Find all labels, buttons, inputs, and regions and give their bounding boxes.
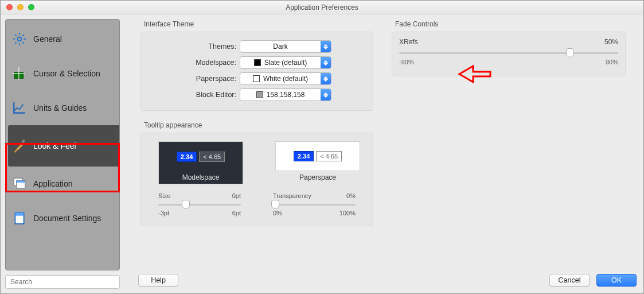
cursor-icon [11, 65, 28, 82]
section-title-interface-theme: Interface Theme [144, 20, 373, 28]
slider-size-label: Size [158, 192, 170, 199]
slider-transparency-label: Transparency [273, 192, 311, 199]
slider-size-min: -3pt [158, 210, 169, 216]
sidebar-item-general[interactable]: General [8, 22, 117, 56]
chevron-updown-icon [321, 73, 331, 84]
preview-ref: < 4.65 [199, 152, 225, 162]
windows-icon [11, 176, 28, 192]
modelspace-swatch [254, 59, 261, 66]
chevron-updown-icon [321, 57, 331, 68]
slider-transparency-thumb[interactable] [271, 200, 279, 209]
slider-size: Size 0pt -3pt 6pt [158, 192, 241, 216]
paperspace-dropdown-value: White (default) [263, 75, 308, 83]
svg-rect-7 [17, 181, 25, 183]
sidebar-item-label: Application [33, 179, 73, 188]
fade-xrefs-label: XRefs [399, 38, 418, 46]
modelspace-dropdown[interactable]: Slate (default) [240, 56, 331, 69]
paperspace-dropdown[interactable]: White (default) [240, 72, 331, 85]
col-left: Interface Theme Themes: Dark Modelspace: [140, 20, 373, 226]
section-title-fade: Fade Controls [395, 20, 626, 28]
content: Interface Theme Themes: Dark Modelspace: [123, 14, 643, 293]
preview-paperspace-box: 2.34 < 4.65 [275, 141, 360, 171]
themes-dropdown-value: Dark [240, 42, 321, 51]
traffic-lights [6, 4, 34, 10]
minimize-icon[interactable] [17, 4, 24, 10]
paperspace-swatch [253, 75, 260, 82]
cancel-button[interactable]: Cancel [549, 274, 590, 287]
slider-transparency-max: 100% [339, 210, 356, 216]
fade-min-label: -90% [399, 59, 414, 65]
slider-transparency-value: 0% [346, 192, 356, 199]
document-icon [11, 210, 28, 226]
fade-slider[interactable] [399, 48, 618, 57]
close-icon[interactable] [6, 4, 13, 10]
paperspace-label: Paperspace: [146, 75, 240, 83]
body: General Cursor & Selection Units & Guide… [1, 14, 643, 293]
row-block-editor: Block Editor: 158,158,158 [146, 87, 368, 102]
sidebar-item-units-guides[interactable]: Units & Guides [8, 91, 117, 125]
sidebar-item-application[interactable]: Application [8, 167, 117, 201]
block-editor-dropdown-value: 158,158,158 [267, 91, 305, 99]
preview-modelspace-label: Modelspace [158, 171, 243, 184]
slider-size-track[interactable] [158, 200, 241, 208]
preview-value: 2.34 [177, 152, 197, 162]
row-paperspace: Paperspace: White (default) [146, 71, 368, 86]
preview-value: 2.34 [294, 151, 314, 161]
sidebar-item-label: Document Settings [33, 214, 101, 223]
slider-transparency-min: 0% [273, 210, 282, 216]
chevron-updown-icon [321, 41, 331, 52]
annotation-arrow-icon [457, 64, 491, 84]
row-themes: Themes: Dark [146, 39, 368, 54]
fade-max-label: 90% [606, 59, 618, 65]
sidebar-item-label: Units & Guides [33, 103, 87, 113]
window: Application Preferences General Cursor &… [0, 0, 644, 294]
svg-point-0 [18, 37, 22, 41]
svg-rect-4 [21, 140, 25, 144]
slider-size-thumb[interactable] [182, 200, 190, 209]
preview-paperspace: 2.34 < 4.65 Paperspace [275, 141, 360, 184]
sidebar-item-label: General [33, 34, 62, 44]
axes-icon [11, 100, 28, 116]
modelspace-dropdown-value: Slate (default) [264, 59, 307, 67]
themes-dropdown[interactable]: Dark [240, 40, 331, 53]
themes-label: Themes: [146, 42, 240, 51]
sidebar-item-cursor-selection[interactable]: Cursor & Selection [8, 56, 117, 91]
block-editor-dropdown[interactable]: 158,158,158 [240, 88, 331, 101]
sidebar: General Cursor & Selection Units & Guide… [5, 19, 120, 270]
col-right: Fade Controls XRefs 50% -90% 90% [392, 20, 626, 226]
modelspace-label: Modelspace: [146, 59, 240, 67]
preview-paperspace-label: Paperspace [275, 171, 360, 184]
section-title-tooltip: Tooltip appearance [144, 121, 373, 129]
gear-icon [11, 31, 28, 47]
slider-size-value: 0pt [232, 192, 241, 199]
chevron-updown-icon [321, 89, 331, 100]
sidebar-item-document-settings[interactable]: Document Settings [8, 201, 117, 235]
preview-ref: < 4.65 [316, 151, 342, 161]
zoom-icon[interactable] [28, 4, 34, 10]
slider-size-max: 6pt [232, 210, 241, 216]
ok-button[interactable]: OK [596, 274, 637, 287]
block-editor-swatch [256, 91, 263, 98]
preview-modelspace: 2.34 < 4.65 Modelspace [158, 141, 243, 184]
sidebar-item-label: Cursor & Selection [33, 69, 100, 78]
slider-transparency: Transparency 0% 0% 100% [273, 192, 356, 216]
sidebar-item-label: Look & Feel [33, 141, 76, 150]
footer: Help Cancel OK [5, 272, 637, 289]
svg-rect-9 [15, 212, 24, 215]
panel-interface-theme: Themes: Dark Modelspace: Slate (default) [140, 32, 373, 111]
brush-icon [11, 138, 28, 154]
sidebar-item-look-and-feel[interactable]: Look & Feel [8, 125, 119, 167]
preview-modelspace-box: 2.34 < 4.65 [158, 141, 243, 171]
fade-xrefs-value: 50% [604, 38, 618, 46]
panel-fade: XRefs 50% -90% 90% [392, 32, 626, 76]
slider-transparency-track[interactable] [273, 200, 356, 208]
titlebar: Application Preferences [1, 1, 643, 14]
tooltip-previews: 2.34 < 4.65 Modelspace 2.34 < 4.65 [147, 141, 367, 184]
sidebar-column: General Cursor & Selection Units & Guide… [1, 14, 123, 293]
row-modelspace: Modelspace: Slate (default) [146, 55, 368, 70]
block-editor-label: Block Editor: [146, 91, 240, 99]
window-title: Application Preferences [1, 3, 643, 11]
help-button[interactable]: Help [138, 274, 178, 287]
fade-slider-thumb[interactable] [566, 48, 574, 57]
panel-tooltip: 2.34 < 4.65 Modelspace 2.34 < 4.65 [140, 133, 373, 226]
